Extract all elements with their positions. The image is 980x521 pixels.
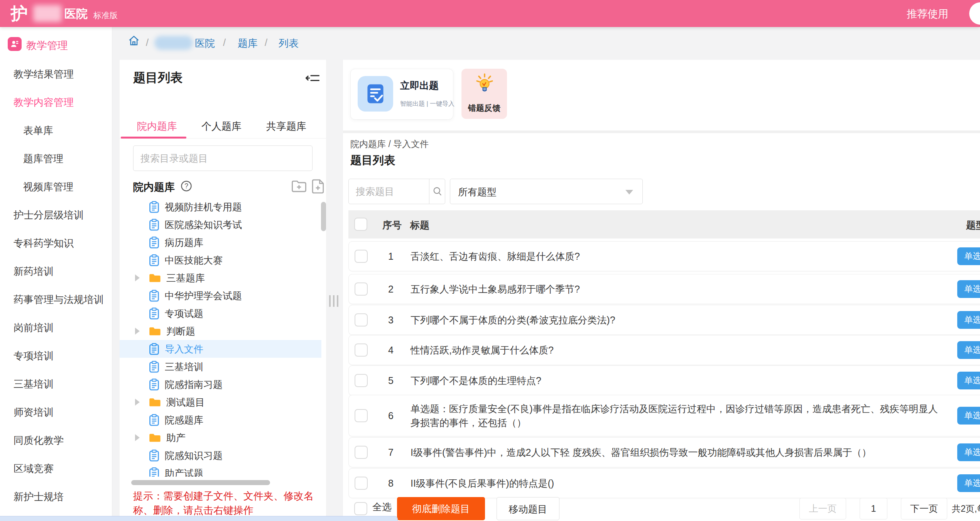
panel-title: 题目列表 [133, 69, 182, 86]
question-type-select[interactable]: 所有题型 [450, 179, 643, 204]
row-index: 2 [381, 284, 400, 295]
next-page-button[interactable]: 下一页 [901, 498, 947, 519]
document-icon [149, 290, 159, 302]
panel-resize-handle[interactable] [329, 295, 340, 307]
question-type-tag: 单选 [957, 443, 980, 461]
sidebar-item-pharma-regulation[interactable]: 药事管理与法规培训 [14, 293, 104, 306]
select-all-checkbox[interactable] [354, 502, 367, 515]
sidebar-item-special-training[interactable]: 专项培训 [14, 349, 54, 363]
sidebar-item-form-library[interactable]: 表单库 [23, 124, 53, 137]
sidebar-item-teacher-training[interactable]: 师资培训 [14, 406, 54, 419]
question-search-input[interactable] [349, 179, 429, 204]
tree-item-doc[interactable]: 院感知识习题 [120, 447, 321, 464]
prev-page-button[interactable]: 上一页 [799, 498, 846, 519]
help-icon[interactable]: ? [181, 180, 192, 193]
header-checkbox[interactable] [354, 218, 367, 231]
document-icon [149, 450, 159, 462]
breadcrumb-separator: / [146, 37, 149, 49]
row-checkbox[interactable] [355, 477, 368, 490]
hospital-suffix-label: 医院 [64, 6, 88, 22]
create-question-card[interactable]: 立即出题 智能出题 | 一键导入 [350, 69, 453, 120]
tree-horizontal-scrollbar[interactable] [131, 480, 270, 485]
tab-personal-bank[interactable]: 个人题库 [201, 120, 242, 133]
sidebar-item-pre-job-training[interactable]: 岗前培训 [14, 321, 54, 335]
row-checkbox[interactable] [355, 282, 368, 296]
tree-item-doc[interactable]: 助产试题 [120, 464, 321, 477]
table-row[interactable]: 4 性情活跃,动作灵敏属于什么体质? 单选 [348, 335, 980, 365]
create-question-title: 立即出题 [400, 79, 439, 92]
sidebar-item-pharmacy-knowledge[interactable]: 专科药学知识 [14, 237, 74, 250]
sidebar-item-new-drug-training[interactable]: 新药培训 [14, 265, 54, 278]
sidebar-item-regional-competition[interactable]: 区域竞赛 [14, 462, 54, 475]
add-folder-icon[interactable] [291, 179, 307, 195]
question-type-tag: 单选 [957, 474, 980, 492]
recommend-link[interactable]: 推荐使用 [907, 7, 948, 21]
breadcrumb-question-bank[interactable]: 题库 [238, 37, 258, 50]
tree-item-doc[interactable]: 病历题库 [120, 233, 321, 251]
breadcrumb-hospital[interactable]: 医院 [195, 37, 215, 50]
tree-item-folder[interactable]: 判断题 [120, 322, 321, 340]
sidebar-item-nurse-tier-training[interactable]: 护士分层级培训 [14, 208, 84, 222]
row-checkbox[interactable] [355, 409, 368, 422]
sidebar-item-video-library-mgmt[interactable]: 视频库管理 [23, 180, 73, 194]
table-row[interactable]: 1 舌淡红、舌边有齿痕、脉细是什么体质? 单选 [348, 241, 980, 271]
document-icon [149, 343, 159, 355]
tree-item-doc[interactable]: 视频防挂机专用题 [120, 198, 321, 216]
document-icon [149, 379, 159, 391]
tree-item-doc[interactable]: 中华护理学会试题 [120, 287, 321, 304]
tree-item-doc[interactable]: 医院感染知识考试 [120, 216, 321, 233]
avatar[interactable] [969, 2, 980, 25]
sidebar-section-teaching[interactable]: 教学管理 [26, 39, 68, 52]
tree-item-doc-selected[interactable]: 导入文件 [120, 340, 321, 358]
collapse-panel-icon[interactable] [306, 73, 319, 86]
tree-item-doc[interactable]: 院感题库 [120, 411, 321, 429]
row-checkbox[interactable] [355, 343, 368, 357]
question-type-tag: 单选 [957, 247, 980, 265]
document-icon [149, 361, 159, 373]
sidebar-item-homogenized-teaching[interactable]: 同质化教学 [14, 434, 64, 447]
row-title: II级事件(不良后果事件)的特点是() [411, 476, 939, 490]
caret-right-icon [135, 274, 140, 281]
table-row[interactable]: 7 I级事件(警告事件)中，造成2人以下轻 度残疾、器官组织损伤导致一般功能障碍… [348, 437, 980, 467]
table-row[interactable]: 6 单选题：医疗质量安全(不良)事件是指在临床诊疗活动及医院运行过程中，因诊疗过… [348, 395, 980, 436]
page-number-button[interactable]: 1 [860, 498, 887, 519]
row-checkbox[interactable] [355, 250, 368, 263]
tree-search-input[interactable] [133, 145, 313, 171]
add-file-icon[interactable] [310, 179, 326, 196]
breadcrumb-separator: / [265, 37, 267, 49]
active-tab-underline [121, 137, 186, 139]
sidebar-item-three-basics-training[interactable]: 三基培训 [14, 377, 54, 391]
sidebar-item-teaching-results[interactable]: 教学结果管理 [14, 68, 74, 81]
breadcrumb-list[interactable]: 列表 [279, 37, 299, 50]
delete-questions-button[interactable]: 彻底删除题目 [397, 497, 485, 520]
sidebar-item-question-bank-mgmt[interactable]: 题库管理 [23, 152, 63, 166]
app-window: 护 医院 标准版 推荐使用 教学管理 教学结果管理 教学内容管理 表单库 题库管… [0, 0, 980, 521]
table-row[interactable]: 3 下列哪个不属于体质的分类(希波克拉底分类法)? 单选 [348, 305, 980, 335]
search-icon[interactable] [429, 179, 445, 204]
wrong-question-feedback-card[interactable]: 错题反馈 [461, 69, 507, 119]
table-row[interactable]: 5 下列哪个不是体质的生理特点? 单选 [348, 365, 980, 396]
table-row[interactable]: 2 五行象人学说中土象易感邪于哪个季节? 单选 [348, 274, 980, 304]
move-questions-button[interactable]: 移动题目 [497, 497, 559, 520]
row-checkbox[interactable] [355, 374, 368, 387]
sidebar-item-new-nurse-training[interactable]: 新护士规培 [14, 490, 64, 504]
select-all-label: 全选 [372, 501, 392, 513]
tree-item-doc[interactable]: 三基培训 [120, 358, 321, 376]
tree-item-folder[interactable]: 三基题库 [120, 269, 321, 287]
row-checkbox[interactable] [355, 313, 368, 326]
row-checkbox[interactable] [355, 446, 368, 459]
breadcrumb-home-icon[interactable] [128, 35, 140, 47]
tree-item-folder[interactable]: 测试题目 [120, 393, 321, 411]
tree-item-folder[interactable]: 助产 [120, 429, 321, 447]
app-logo: 护 [11, 2, 28, 25]
sidebar-item-teaching-content[interactable]: 教学内容管理 [14, 96, 74, 109]
tab-shared-bank[interactable]: 共享题库 [266, 120, 306, 133]
tree-item-doc[interactable]: 院感指南习题 [120, 376, 321, 393]
tree-item-doc[interactable]: 中医技能大赛 [120, 251, 321, 269]
tree-vertical-scrollbar[interactable] [321, 202, 326, 231]
table-row[interactable]: 8 II级事件(不良后果事件)的特点是() 单选 [348, 468, 980, 498]
folder-icon [149, 273, 161, 283]
question-type-tag: 单选 [957, 372, 980, 389]
tab-hospital-bank[interactable]: 院内题库 [137, 120, 177, 133]
tree-item-doc[interactable]: 专项试题 [120, 304, 321, 322]
